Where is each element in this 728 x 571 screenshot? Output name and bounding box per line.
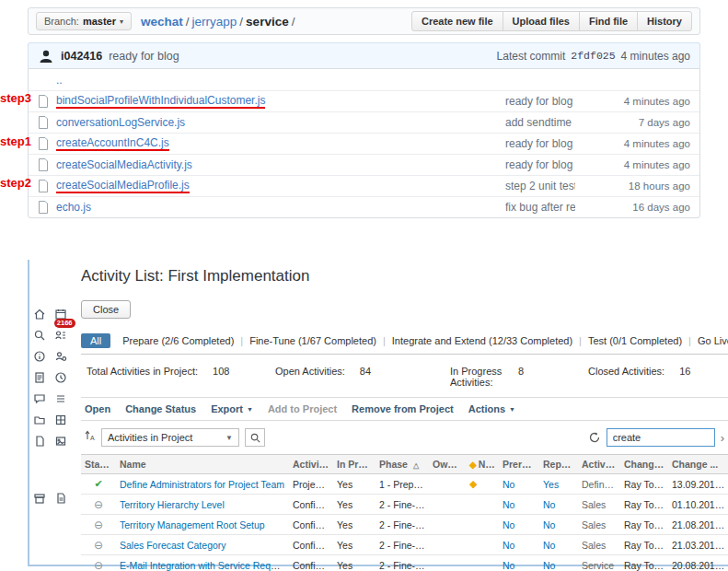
close-button[interactable]: Close — [81, 300, 131, 319]
prerequisite[interactable]: No — [503, 560, 514, 571]
col-changed-on[interactable]: Change ... — [668, 459, 728, 470]
col-in-project[interactable]: In Project — [333, 459, 376, 470]
status-open-icon: ⊖ — [94, 559, 103, 571]
table-row[interactable]: ⊖ E-Mail Integration with Service Reques… — [81, 555, 728, 571]
prerequisite[interactable]: No — [503, 540, 514, 551]
scroll-right-icon[interactable]: › — [721, 431, 724, 445]
file-link[interactable]: bindSocialProfileWithIndividualCustomer.… — [56, 94, 265, 109]
tab-test[interactable]: Test (0/1 Completed) — [582, 335, 688, 346]
commit-sha[interactable]: 2fdf025 — [571, 50, 615, 62]
search-input[interactable] — [607, 428, 715, 447]
file-commit-message[interactable]: fix bug after refact — [505, 201, 575, 214]
col-prerequisite[interactable]: Prerequi... — [499, 459, 539, 470]
info-icon[interactable] — [31, 348, 48, 365]
in-project: Yes — [333, 519, 376, 530]
open-button[interactable]: Open — [85, 403, 110, 414]
file-commit-message[interactable]: ready for blog — [505, 158, 572, 171]
col-repetitive[interactable]: Repetiti... — [539, 459, 578, 470]
col-phase[interactable]: Phase△ — [376, 459, 429, 470]
file-commit-message[interactable]: add sendtime — [505, 116, 572, 129]
file-row[interactable]: createSocialMediaProfile.js step 2 unit … — [29, 175, 699, 196]
scope-select[interactable]: Activities in Project ▼ — [101, 428, 239, 447]
prerequisite[interactable]: No — [503, 499, 514, 510]
change-status-button[interactable]: Change Status — [125, 403, 196, 414]
col-status[interactable]: Status — [81, 459, 116, 470]
find-file-button[interactable]: Find file — [579, 11, 638, 31]
document-icon[interactable] — [31, 433, 48, 449]
actions-button[interactable]: Actions▼ — [468, 403, 515, 414]
prerequisite[interactable]: No — [503, 479, 514, 490]
file-row[interactable]: echo.js fix bug after refact 16 days ago — [29, 196, 699, 217]
repetitive[interactable]: No — [543, 499, 555, 510]
file-row[interactable]: createSocialMediaActivity.js ready for b… — [29, 154, 699, 175]
file-commit-message[interactable]: ready for blog — [505, 137, 572, 150]
report-icon[interactable] — [31, 369, 48, 386]
export-button[interactable]: Export▼ — [211, 403, 253, 414]
file-icon[interactable] — [52, 490, 69, 507]
table-row[interactable]: ⊖ Sales Forecast Category Configuration … — [81, 535, 728, 555]
search-icon[interactable] — [31, 327, 48, 344]
commit-message[interactable]: ready for blog — [109, 50, 179, 63]
upload-files-button[interactable]: Upload files — [503, 11, 580, 31]
breadcrumb-repo[interactable]: wechat — [141, 15, 183, 29]
contacts-icon[interactable] — [52, 327, 69, 344]
file-row[interactable]: createAccountInC4C.js ready for blog 4 m… — [29, 133, 699, 154]
breadcrumb-folder[interactable]: jerryapp — [192, 15, 237, 29]
file-link[interactable]: createSocialMediaActivity.js — [56, 158, 192, 171]
file-link[interactable]: echo.js — [56, 201, 91, 214]
file-link[interactable]: createAccountInC4C.js — [56, 136, 169, 151]
repetitive[interactable]: No — [543, 540, 555, 551]
advanced-search-button[interactable] — [245, 428, 265, 447]
parent-directory-link[interactable]: .. — [56, 74, 63, 87]
activity-link[interactable]: Sales Forecast Category — [120, 540, 226, 551]
user-settings-icon[interactable] — [52, 348, 69, 365]
file-link[interactable]: createSocialMediaProfile.js — [56, 179, 190, 193]
parent-directory-row[interactable]: .. — [29, 69, 699, 90]
create-new-file-button[interactable]: Create new file — [411, 11, 503, 31]
col-owner[interactable]: Owner — [429, 459, 466, 470]
col-changed-by[interactable]: Change ... — [620, 459, 668, 470]
clock-icon[interactable] — [52, 369, 69, 386]
col-activity-type[interactable]: Activity ... — [289, 459, 333, 470]
col-name[interactable]: Name — [116, 459, 289, 470]
history-button[interactable]: History — [637, 11, 692, 31]
tab-prepare[interactable]: Prepare (2/6 Completed) — [116, 335, 240, 346]
remove-from-project-button[interactable]: Remove from Project — [352, 403, 454, 414]
avatar[interactable] — [38, 48, 54, 64]
activity-link[interactable]: Territory Management Root Setup — [120, 519, 265, 530]
list-icon[interactable] — [52, 390, 69, 407]
table-row[interactable]: ⊖ Territory Management Root Setup Config… — [81, 515, 728, 535]
activity-link[interactable]: E-Mail Integration with Service Request … — [120, 560, 289, 571]
file-row[interactable]: bindSocialProfileWithIndividualCustomer.… — [29, 90, 699, 111]
file-commit-message[interactable]: step 2 unit test ok — [505, 180, 575, 192]
tab-fine-tune[interactable]: Fine-Tune (1/67 Completed) — [243, 335, 383, 346]
tab-all[interactable]: All — [81, 333, 110, 348]
prerequisite[interactable]: No — [503, 519, 514, 530]
col-note[interactable]: ◆Note — [466, 459, 499, 470]
col-activity[interactable]: Activity ... — [578, 459, 620, 470]
tab-integrate-extend[interactable]: Integrate and Extend (12/33 Completed) — [386, 335, 579, 346]
commit-author[interactable]: i042416 — [61, 50, 102, 63]
repetitive[interactable]: Yes — [543, 479, 559, 490]
activity-link[interactable]: Define Administrators for Project Team — [120, 479, 284, 490]
image-icon[interactable] — [52, 433, 69, 449]
grid-icon[interactable] — [52, 412, 69, 428]
sort-icon[interactable]: A — [83, 429, 96, 446]
repetitive[interactable]: No — [543, 560, 555, 571]
table-row[interactable]: ⊖ Territory Hierarchy Level Configuratio… — [81, 495, 728, 515]
tab-go-live[interactable]: Go Live (1/2 Completed) — [691, 335, 728, 346]
file-row[interactable]: conversationLogService.js add sendtime 7… — [29, 111, 699, 133]
chat-icon[interactable] — [31, 390, 48, 407]
folder-icon[interactable] — [31, 412, 48, 428]
home-icon[interactable] — [31, 306, 48, 322]
activity-link[interactable]: Territory Hierarchy Level — [120, 499, 225, 510]
add-to-project-button[interactable]: Add to Project — [268, 403, 337, 414]
note-icon[interactable]: ◆ — [469, 478, 477, 489]
archive-icon[interactable] — [31, 490, 48, 507]
file-commit-message[interactable]: ready for blog — [505, 95, 572, 108]
repetitive[interactable]: No — [543, 519, 555, 530]
file-link[interactable]: conversationLogService.js — [56, 116, 185, 129]
refresh-icon[interactable] — [588, 431, 601, 444]
branch-selector[interactable]: Branch: master ▾ — [36, 12, 132, 30]
table-row[interactable]: ✔ Define Administrators for Project Team… — [81, 474, 728, 495]
